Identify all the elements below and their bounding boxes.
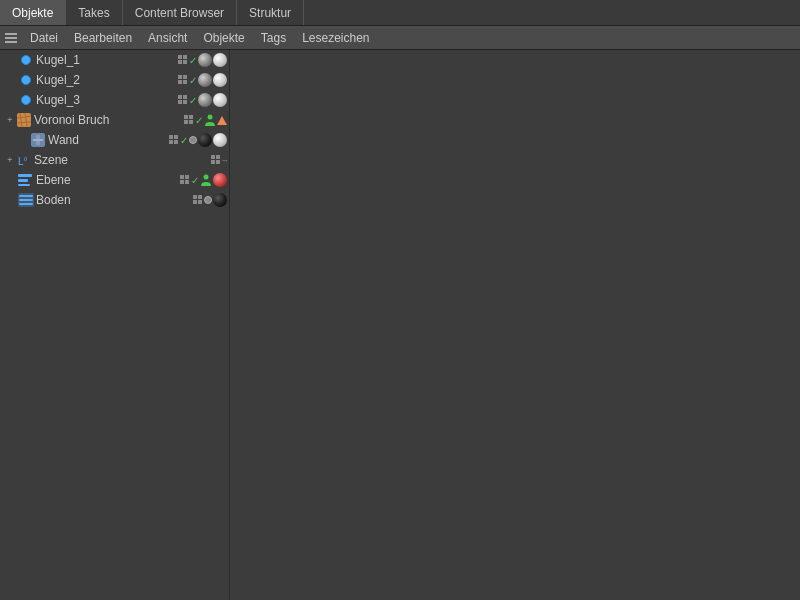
svg-rect-11 <box>178 95 182 99</box>
svg-rect-9 <box>178 80 182 84</box>
svg-rect-23 <box>189 120 193 124</box>
svg-rect-40 <box>180 175 184 179</box>
svg-rect-20 <box>184 115 188 119</box>
main-area <box>230 50 800 600</box>
list-item[interactable]: Kugel_3 ✓ <box>0 90 229 110</box>
svg-rect-50 <box>198 195 202 199</box>
svg-rect-13 <box>178 100 182 104</box>
gray-sphere-icon <box>198 53 212 67</box>
svg-rect-28 <box>169 135 173 139</box>
svg-rect-14 <box>183 100 187 104</box>
kugel1-tags: ✓ <box>178 53 229 67</box>
svg-rect-27 <box>36 135 40 145</box>
svg-rect-39 <box>18 184 30 186</box>
svg-rect-34 <box>216 155 220 159</box>
svg-rect-46 <box>19 195 33 197</box>
gray-sphere-icon <box>198 73 212 87</box>
menu-bearbeiten[interactable]: Bearbeiten <box>66 29 140 47</box>
kugel2-tags: ✓ <box>178 73 229 87</box>
svg-rect-38 <box>18 179 28 182</box>
svg-rect-15 <box>17 113 31 127</box>
svg-rect-47 <box>19 199 33 201</box>
check-icon: ✓ <box>195 115 203 126</box>
grid-icon <box>169 135 179 145</box>
kugel2-type-icon <box>18 72 34 88</box>
grid-icon <box>178 75 188 85</box>
wand-tags: ✓ <box>169 133 229 147</box>
check-icon: ✓ <box>189 55 197 66</box>
svg-rect-22 <box>184 120 188 124</box>
svg-rect-0 <box>5 33 17 35</box>
svg-rect-4 <box>183 55 187 59</box>
svg-rect-3 <box>178 55 182 59</box>
kugel1-type-icon <box>18 52 34 68</box>
tab-bar: Objekte Takes Content Browser Struktur <box>0 0 800 26</box>
svg-rect-36 <box>216 160 220 164</box>
svg-rect-52 <box>198 200 202 204</box>
voronoi-label: Voronoi Bruch <box>34 113 184 127</box>
svg-rect-6 <box>183 60 187 64</box>
list-item[interactable]: Kugel_1 ✓ <box>0 50 229 70</box>
white-sphere-icon <box>213 53 227 67</box>
dot-icon <box>204 196 212 204</box>
list-item[interactable]: Kugel_2 ✓ <box>0 70 229 90</box>
svg-rect-30 <box>169 140 173 144</box>
menu-objekte[interactable]: Objekte <box>195 29 252 47</box>
gray-sphere-icon <box>198 93 212 107</box>
svg-rect-10 <box>183 80 187 84</box>
grid-icon <box>178 95 188 105</box>
menu-grip-icon <box>4 31 18 45</box>
svg-rect-12 <box>183 95 187 99</box>
kugel1-label: Kugel_1 <box>36 53 178 67</box>
check-icon: ✓ <box>191 175 199 186</box>
svg-rect-31 <box>174 140 178 144</box>
boden-label: Boden <box>36 193 193 207</box>
svg-rect-37 <box>18 174 32 177</box>
check-icon: ✓ <box>189 75 197 86</box>
list-item[interactable]: Ebene ✓ <box>0 170 229 190</box>
tab-takes[interactable]: Takes <box>66 0 122 25</box>
kugel3-type-icon <box>18 92 34 108</box>
szene-label: Szene <box>34 153 211 167</box>
tab-struktur[interactable]: Struktur <box>237 0 304 25</box>
svg-rect-41 <box>185 175 189 179</box>
tab-objekte[interactable]: Objekte <box>0 0 66 25</box>
grid-icon <box>211 155 221 165</box>
svg-rect-42 <box>180 180 184 184</box>
menu-tags[interactable]: Tags <box>253 29 294 47</box>
check-icon: ✓ <box>189 95 197 106</box>
tab-content-browser[interactable]: Content Browser <box>123 0 237 25</box>
menu-lesezeichen[interactable]: Lesezeichen <box>294 29 377 47</box>
menu-ansicht[interactable]: Ansicht <box>140 29 195 47</box>
black-sphere-icon <box>198 133 212 147</box>
expand-icon[interactable]: + <box>4 154 16 166</box>
list-item[interactable]: + L° Szene ··· <box>0 150 229 170</box>
menu-bar: Datei Bearbeiten Ansicht Objekte Tags Le… <box>0 26 800 50</box>
svg-rect-51 <box>193 200 197 204</box>
voronoi-tags: ✓ <box>184 114 229 126</box>
person-icon <box>200 174 212 186</box>
dots-icon: ··· <box>222 155 227 166</box>
list-item[interactable]: Wand ✓ <box>0 130 229 150</box>
white-sphere-icon <box>213 93 227 107</box>
list-item[interactable]: Boden <box>0 190 229 210</box>
ebene-tags: ✓ <box>180 173 229 187</box>
person-icon <box>204 114 216 126</box>
svg-rect-29 <box>174 135 178 139</box>
svg-rect-2 <box>5 41 17 43</box>
svg-rect-7 <box>178 75 182 79</box>
list-item[interactable]: + Voronoi Bruch ✓ <box>0 110 229 130</box>
svg-rect-43 <box>185 180 189 184</box>
expand-icon[interactable]: + <box>4 114 16 126</box>
menu-datei[interactable]: Datei <box>22 29 66 47</box>
svg-rect-5 <box>178 60 182 64</box>
svg-rect-33 <box>211 155 215 159</box>
kugel2-label: Kugel_2 <box>36 73 178 87</box>
svg-rect-48 <box>19 203 33 205</box>
dot-icon <box>189 136 197 144</box>
black-sphere-icon <box>213 193 227 207</box>
check-icon: ✓ <box>180 135 188 146</box>
object-panel[interactable]: Kugel_1 ✓ Kugel_2 <box>0 50 230 600</box>
wand-type-icon <box>30 132 46 148</box>
red-sphere-icon <box>213 173 227 187</box>
